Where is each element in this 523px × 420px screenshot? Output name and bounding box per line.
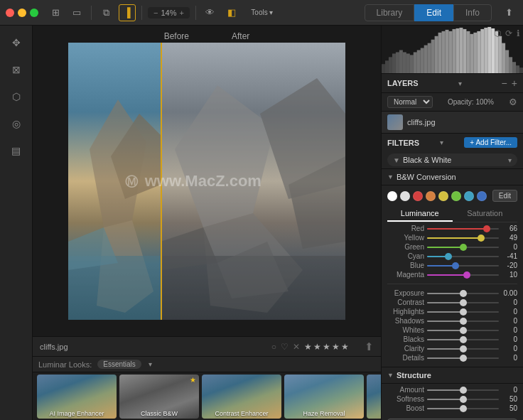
- structure-section: ▼ Structure Amount 0 Softness: [382, 367, 523, 420]
- structure-collapse-arrow[interactable]: ▼: [387, 372, 394, 379]
- tab-library[interactable]: Library: [365, 4, 415, 21]
- slider-track-magenta[interactable]: [427, 274, 499, 276]
- slider-track-details[interactable]: [427, 357, 499, 359]
- histogram-icon-3[interactable]: ℹ: [517, 28, 520, 38]
- swatch-red[interactable]: [413, 191, 423, 201]
- close-button[interactable]: [6, 9, 14, 17]
- filter-pill-bw[interactable]: ▼ Black & White ▾: [387, 154, 517, 166]
- filmstrip-thumb-5[interactable]: Mood Enhancer: [367, 375, 381, 419]
- svg-rect-16: [396, 52, 399, 73]
- slider-row-green: Green 0: [382, 242, 523, 252]
- swatch-blue[interactable]: [477, 191, 487, 201]
- rating-area: ○ ♡ ✕ ★★★★★: [271, 342, 350, 352]
- histogram-icon-2[interactable]: ⟳: [505, 28, 512, 38]
- slider-track-cyan[interactable]: [427, 256, 499, 257]
- export-icon[interactable]: ⬆: [365, 340, 374, 353]
- swatch-gray[interactable]: [400, 191, 410, 201]
- toolbar-separator: [91, 6, 92, 20]
- blend-mode-select[interactable]: Normal Multiply Screen: [387, 96, 433, 108]
- filmstrip-star-2: ★: [190, 376, 196, 384]
- compare-view-icon[interactable]: ⧉: [97, 4, 114, 21]
- svg-rect-12: [382, 64, 385, 73]
- left-tool-brush[interactable]: ⬡: [5, 85, 28, 108]
- svg-rect-37: [470, 34, 473, 73]
- eye-icon[interactable]: 👁: [202, 4, 219, 21]
- layers-arrow: ▾: [458, 80, 462, 87]
- svg-rect-29: [442, 31, 446, 73]
- slider-label-contrast: Contrast: [387, 298, 424, 306]
- histogram-icon-1[interactable]: ⬡: [494, 28, 501, 38]
- layers-minus-button[interactable]: −: [502, 77, 507, 89]
- svg-rect-48: [509, 57, 512, 73]
- slider-row-magenta: Magenta 10: [382, 270, 523, 279]
- slider-value-boost: 50: [502, 404, 517, 412]
- swatch-cyan[interactable]: [464, 191, 474, 201]
- minimize-button[interactable]: [18, 9, 26, 17]
- filmstrip-thumb-2[interactable]: ★ Classic B&W: [119, 375, 199, 419]
- flag-icon[interactable]: ✕: [293, 342, 300, 352]
- slider-track-shadows[interactable]: [427, 321, 499, 322]
- luminance-sliders: Red 66 Yellow 49: [382, 222, 523, 281]
- layer-item[interactable]: cliffs.jpg: [382, 112, 523, 134]
- slider-track-blacks[interactable]: [427, 339, 499, 340]
- slider-row-whites: Whites 0: [382, 325, 523, 335]
- slider-track-contrast[interactable]: [427, 302, 499, 303]
- swatch-white[interactable]: [387, 191, 397, 201]
- left-tool-radial[interactable]: ◎: [5, 112, 28, 135]
- svg-rect-51: [519, 68, 523, 73]
- slider-label-shadows: Shadows: [387, 317, 424, 325]
- filmstrip-thumb-4[interactable]: Haze Removal: [284, 375, 364, 419]
- slider-track-red[interactable]: [427, 228, 499, 230]
- tab-luminance[interactable]: Luminance: [387, 206, 453, 222]
- edit-button[interactable]: Edit: [492, 190, 517, 202]
- slider-track-clarity[interactable]: [427, 348, 499, 350]
- swatch-yellow[interactable]: [438, 191, 448, 201]
- tab-edit[interactable]: Edit: [414, 4, 453, 21]
- slider-track-exposure[interactable]: [427, 293, 499, 294]
- swatch-green[interactable]: [451, 191, 461, 201]
- split-line[interactable]: [161, 43, 162, 320]
- bw-collapse-arrow[interactable]: ▼: [387, 173, 394, 181]
- svg-rect-23: [421, 48, 424, 73]
- slider-track-softness[interactable]: [427, 399, 499, 400]
- filmstrip-pill[interactable]: Essentials: [97, 360, 141, 369]
- grid-icon[interactable]: ⊞: [47, 4, 64, 21]
- slider-track-whites[interactable]: [427, 330, 499, 331]
- tab-info[interactable]: Info: [453, 4, 492, 21]
- tab-saturation[interactable]: Saturation: [453, 206, 518, 222]
- layers-plus-button[interactable]: +: [512, 77, 517, 89]
- top-toolbar: ⊞ ▭ ⧉ ▐ − 14% + 👁 ◧ Tools ▾ Library Edit…: [0, 0, 523, 26]
- slider-track-yellow[interactable]: [427, 237, 499, 239]
- gear-button[interactable]: ⚙: [509, 97, 517, 107]
- swatch-orange[interactable]: [426, 191, 436, 201]
- slider-track-highlights[interactable]: [427, 311, 499, 313]
- filmstrip-thumb-1[interactable]: AI Image Enhancer: [37, 375, 117, 419]
- slider-track-amount[interactable]: [427, 389, 499, 391]
- split-view-icon[interactable]: ▐: [119, 4, 136, 21]
- bw-conversion-section: ▼ B&W Conversion Edit Luminance Saturati…: [382, 169, 523, 367]
- left-tool-grad[interactable]: ▤: [5, 139, 28, 162]
- slider-track-green[interactable]: [427, 247, 499, 248]
- tools-dropdown[interactable]: Tools ▾: [244, 4, 280, 21]
- slider-track-boost[interactable]: [427, 408, 499, 409]
- left-tool-move[interactable]: ✥: [5, 31, 28, 54]
- slider-value-exposure: 0.00: [502, 289, 517, 297]
- slider-divider: [387, 284, 517, 284]
- layers-icon[interactable]: ◧: [223, 4, 240, 21]
- maximize-button[interactable]: [30, 9, 38, 17]
- circle-icon[interactable]: ○: [271, 342, 276, 352]
- zoom-in-button[interactable]: +: [178, 9, 185, 17]
- zoom-out-button[interactable]: −: [152, 9, 159, 17]
- add-filter-button[interactable]: + Add Filter...: [464, 137, 517, 148]
- share-icon[interactable]: ⬆: [500, 4, 517, 21]
- image-container[interactable]: Ⓜ www.MacZ.com: [68, 43, 345, 320]
- star-rating[interactable]: ★★★★★: [304, 342, 350, 352]
- main-tab-group: Library Edit Info: [365, 4, 492, 21]
- filters-title: FILTERS: [387, 139, 419, 147]
- filmstrip-thumb-3[interactable]: Contrast Enhancer: [202, 375, 281, 419]
- heart-icon[interactable]: ♡: [281, 342, 289, 352]
- slider-track-blue[interactable]: [427, 265, 499, 266]
- single-view-icon[interactable]: ▭: [68, 4, 85, 21]
- filename: cliffs.jpg: [40, 343, 68, 351]
- left-tool-crop[interactable]: ⊠: [5, 58, 28, 81]
